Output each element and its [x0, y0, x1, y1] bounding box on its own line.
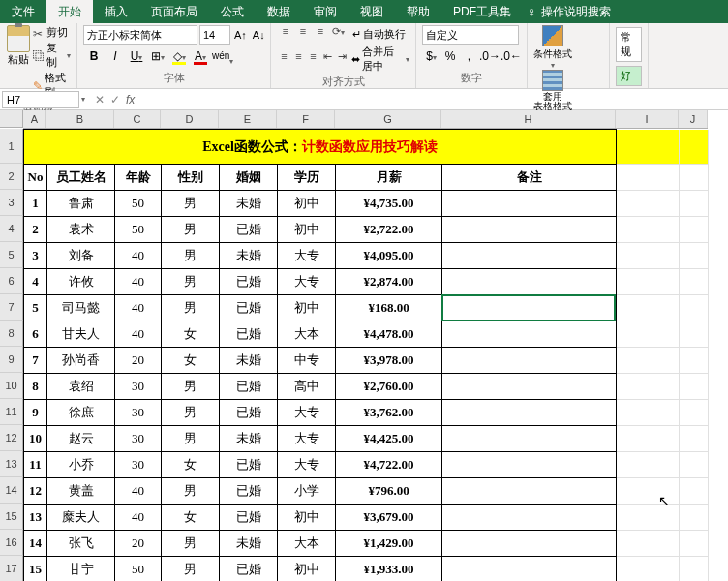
header-7[interactable]: 备注	[442, 165, 617, 191]
cell-r10-c1[interactable]: 小乔	[47, 452, 115, 478]
cell-r0-c3[interactable]: 男	[162, 191, 220, 217]
fill-color-button[interactable]: ◇▾	[168, 46, 190, 66]
cell-r8-c0[interactable]: 9	[24, 400, 47, 426]
cell-r7-c7[interactable]	[442, 374, 617, 400]
cell-r2-c4[interactable]: 未婚	[220, 243, 278, 269]
cell-r8-c2[interactable]: 30	[115, 400, 162, 426]
cell-r9-c5[interactable]: 大专	[278, 426, 336, 452]
header-2[interactable]: 年龄	[115, 165, 162, 191]
cell-r9-c3[interactable]: 男	[162, 426, 220, 452]
header-3[interactable]: 性别	[162, 165, 220, 191]
cell-r4-c6[interactable]: ¥168.00	[336, 295, 442, 321]
cell-I1[interactable]	[617, 130, 680, 165]
cell-r3-c5[interactable]: 大专	[278, 269, 336, 295]
cell-r4-c4[interactable]: 已婚	[220, 295, 278, 321]
cell-I9[interactable]	[617, 348, 680, 374]
cell-r13-c7[interactable]	[442, 531, 617, 557]
tab-help[interactable]: 帮助	[395, 0, 441, 24]
cell-r2-c2[interactable]: 40	[115, 243, 162, 269]
cell-r12-c5[interactable]: 初中	[278, 505, 336, 531]
cell-r6-c2[interactable]: 20	[115, 348, 162, 374]
cell-J17[interactable]	[680, 557, 709, 582]
cell-r14-c0[interactable]: 15	[24, 557, 47, 582]
tab-insert[interactable]: 插入	[93, 0, 139, 24]
cell-I3[interactable]	[617, 191, 680, 217]
cell-r5-c4[interactable]: 已婚	[220, 321, 278, 348]
orientation-button[interactable]: ⟳▾	[329, 25, 347, 43]
row-header-15[interactable]: 15	[0, 504, 23, 530]
cell-r7-c0[interactable]: 8	[24, 374, 47, 400]
cancel-formula-icon[interactable]: ✕	[95, 93, 105, 107]
cell-r3-c0[interactable]: 4	[24, 269, 47, 295]
cell-r7-c5[interactable]: 高中	[278, 374, 336, 400]
col-header-I[interactable]: I	[616, 110, 679, 128]
tab-home[interactable]: 开始	[46, 0, 93, 24]
cell-J10[interactable]	[680, 374, 709, 400]
row-header-16[interactable]: 16	[0, 530, 23, 556]
percent-button[interactable]: %	[440, 46, 459, 66]
cell-r4-c1[interactable]: 司马懿	[47, 295, 115, 321]
font-name-select[interactable]	[83, 25, 197, 45]
cell-r2-c1[interactable]: 刘备	[47, 243, 115, 269]
align-middle-button[interactable]: ≡	[294, 25, 312, 43]
align-bottom-button[interactable]: ≡	[312, 25, 329, 43]
tell-me-search[interactable]: 操作说明搜索	[537, 0, 622, 24]
cell-r7-c4[interactable]: 已婚	[220, 374, 278, 400]
tab-pdf[interactable]: PDF工具集	[441, 0, 523, 24]
cell-r10-c4[interactable]: 已婚	[220, 452, 278, 478]
cell-r14-c2[interactable]: 50	[115, 557, 162, 582]
underline-button[interactable]: U▾	[126, 46, 147, 66]
align-top-button[interactable]: ≡	[277, 25, 294, 43]
cell-r13-c2[interactable]: 20	[115, 531, 162, 557]
indent-inc-button[interactable]: ⇥	[335, 50, 349, 68]
cell-J9[interactable]	[680, 348, 709, 374]
row-header-13[interactable]: 13	[0, 451, 23, 477]
cell-r1-c5[interactable]: 初中	[278, 217, 336, 243]
cell-r13-c6[interactable]: ¥1,429.00	[336, 531, 442, 557]
cell-r10-c2[interactable]: 30	[115, 452, 162, 478]
cell-I17[interactable]	[617, 557, 680, 582]
row-header-1[interactable]: 1	[0, 129, 23, 164]
cell-r4-c2[interactable]: 40	[115, 295, 162, 321]
cell-r11-c1[interactable]: 黄盖	[47, 478, 115, 505]
wrap-text-button[interactable]: ↵自动换行	[352, 27, 406, 42]
row-header-14[interactable]: 14	[0, 477, 23, 504]
cell-r9-c2[interactable]: 30	[115, 426, 162, 452]
cell-r13-c4[interactable]: 未婚	[220, 531, 278, 557]
cell-J1[interactable]	[680, 130, 709, 165]
name-box-dropdown[interactable]: ▾	[81, 95, 85, 104]
align-left-button[interactable]: ≡	[277, 50, 291, 68]
cell-r1-c2[interactable]: 50	[115, 217, 162, 243]
cell-r6-c0[interactable]: 7	[24, 348, 47, 374]
cell-I8[interactable]	[617, 321, 680, 348]
cell-r8-c6[interactable]: ¥3,762.00	[336, 400, 442, 426]
cell-r9-c1[interactable]: 赵云	[47, 426, 115, 452]
cell-r0-c2[interactable]: 50	[115, 191, 162, 217]
cell-r2-c7[interactable]	[442, 243, 617, 269]
tab-review[interactable]: 审阅	[302, 0, 349, 24]
cell-I6[interactable]	[617, 269, 680, 295]
cell-J14[interactable]	[680, 478, 709, 505]
cell-J3[interactable]	[680, 191, 709, 217]
indent-dec-button[interactable]: ⇤	[320, 50, 335, 68]
col-header-D[interactable]: D	[161, 110, 219, 128]
comma-button[interactable]: ,	[460, 46, 478, 66]
cell-r10-c6[interactable]: ¥4,722.00	[336, 452, 442, 478]
row-header-8[interactable]: 8	[0, 321, 23, 347]
tab-view[interactable]: 视图	[349, 0, 395, 24]
cell-r7-c1[interactable]: 袁绍	[47, 374, 115, 400]
cell-r0-c7[interactable]	[442, 191, 617, 217]
cell-r6-c1[interactable]: 孙尚香	[47, 348, 115, 374]
cell-r3-c3[interactable]: 男	[162, 269, 220, 295]
cell-r5-c0[interactable]: 6	[24, 321, 47, 348]
conditional-format-button[interactable]: 条件格式▾	[533, 25, 572, 70]
cell-r7-c3[interactable]: 男	[162, 374, 220, 400]
title-cell[interactable]: Excel函数公式：计数函数应用技巧解读	[24, 130, 617, 165]
tab-file[interactable]: 文件	[0, 0, 46, 24]
cell-r10-c5[interactable]: 大专	[278, 452, 336, 478]
header-4[interactable]: 婚姻	[220, 165, 278, 191]
cell-r3-c4[interactable]: 已婚	[220, 269, 278, 295]
cell-r12-c6[interactable]: ¥3,679.00	[336, 505, 442, 531]
cell-r14-c5[interactable]: 初中	[278, 557, 336, 582]
cell-J13[interactable]	[680, 452, 709, 478]
